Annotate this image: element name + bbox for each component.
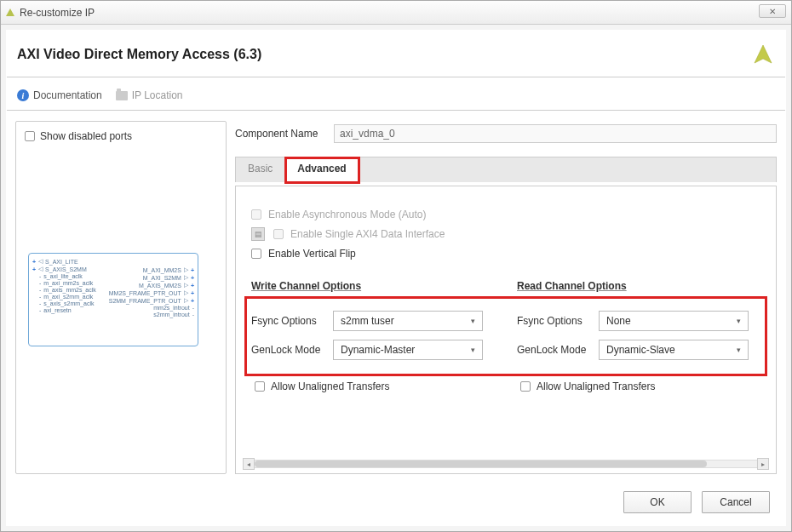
write-channel-title: Write Channel Options — [251, 280, 483, 292]
write-genlock-label: GenLock Mode — [251, 344, 328, 356]
page-title: AXI Video Direct Memory Access (6.3) — [17, 47, 261, 62]
show-disabled-label: Show disabled ports — [40, 130, 132, 142]
channel-sections: Write Channel Options Read Channel Optio… — [251, 280, 760, 302]
enable-single-axi4-checkbox — [273, 229, 284, 239]
tab-advanced[interactable]: Advanced — [285, 157, 359, 183]
enable-async-row: Enable Asynchronous Mode (Auto) — [251, 209, 760, 220]
ok-button[interactable]: OK — [623, 491, 692, 513]
close-button[interactable]: ✕ — [759, 4, 786, 18]
content: AXI Video Direct Memory Access (6.3) i D… — [6, 30, 786, 526]
enable-single-axi4-row: ▤ Enable Single AXI4 Data Interface — [251, 227, 760, 241]
component-name-row: Component Name — [235, 124, 777, 143]
component-name-input[interactable] — [334, 124, 777, 143]
enable-async-checkbox — [251, 209, 261, 220]
write-fsync-label: Fsync Options — [251, 315, 328, 327]
enable-vflip-checkbox[interactable] — [251, 249, 261, 259]
scroll-thumb[interactable] — [255, 460, 707, 467]
note-icon: ▤ — [251, 227, 265, 241]
main: Show disabled ports +◁S_AXI_LITE +◁S_AXI… — [7, 116, 785, 479]
enable-async-label: Enable Asynchronous Mode (Auto) — [268, 209, 426, 220]
write-genlock-value: Dynamic-Master — [341, 344, 415, 356]
read-fsync-dropdown[interactable]: None ▾ — [599, 311, 749, 331]
documentation-label: Documentation — [33, 89, 102, 101]
allow-unaligned-row: Allow Unaligned Transfers Allow Unaligne… — [251, 380, 760, 392]
left-pane: Show disabled ports +◁S_AXI_LITE +◁S_AXI… — [15, 121, 227, 474]
separator — [7, 77, 785, 77]
read-options: Fsync Options None ▾ GenLock Mode — [517, 302, 749, 369]
component-name-label: Component Name — [235, 128, 327, 140]
cancel-button[interactable]: Cancel — [702, 491, 770, 513]
app-icon — [6, 9, 14, 16]
separator — [7, 110, 785, 111]
ip-location-label: IP Location — [132, 89, 183, 101]
tab-body-advanced: Enable Asynchronous Mode (Auto) ▤ Enable… — [235, 186, 777, 474]
enable-single-axi4-label: Enable Single AXI4 Data Interface — [290, 228, 445, 240]
write-allow-unaligned-label: Allow Unaligned Transfers — [271, 380, 389, 392]
show-disabled-ports-row: Show disabled ports — [25, 130, 217, 142]
folder-icon — [116, 91, 128, 100]
documentation-link[interactable]: i Documentation — [17, 89, 102, 101]
read-fsync-label: Fsync Options — [517, 315, 594, 327]
write-fsync-dropdown[interactable]: s2mm tuser ▾ — [333, 311, 483, 331]
ip-block-diagram[interactable]: +◁S_AXI_LITE +◁S_AXIS_S2MM -s_axi_lite_a… — [28, 253, 198, 346]
chevron-down-icon: ▾ — [471, 317, 475, 325]
enable-vflip-row: Enable Vertical Flip — [251, 248, 760, 260]
read-genlock-label: GenLock Mode — [517, 344, 594, 356]
footer: OK Cancel — [7, 479, 785, 525]
chevron-down-icon: ▾ — [471, 346, 475, 354]
window-title: Re-customize IP — [20, 7, 95, 19]
chevron-down-icon: ▾ — [737, 317, 741, 325]
highlighted-channel-options: Fsync Options s2mm tuser ▾ GenLock Mode — [249, 300, 763, 372]
dialog-window: Re-customize IP ✕ AXI Video Direct Memor… — [0, 0, 792, 532]
header: AXI Video Direct Memory Access (6.3) — [7, 31, 785, 75]
read-genlock-value: Dynamic-Slave — [606, 344, 675, 356]
info-icon: i — [17, 89, 29, 101]
read-genlock-dropdown[interactable]: Dynamic-Slave ▾ — [599, 340, 749, 360]
toolbar: i Documentation IP Location — [7, 83, 785, 108]
read-allow-unaligned-label: Allow Unaligned Transfers — [537, 380, 655, 392]
enable-vflip-label: Enable Vertical Flip — [268, 248, 356, 260]
scroll-left-icon[interactable]: ◂ — [243, 458, 255, 470]
vendor-logo — [751, 43, 775, 66]
read-allow-unaligned-checkbox[interactable] — [520, 381, 531, 392]
read-channel-section: Read Channel Options — [517, 280, 749, 302]
read-fsync-value: None — [606, 315, 631, 327]
write-allow-unaligned-checkbox[interactable] — [255, 381, 265, 392]
tab-basic[interactable]: Basic — [236, 157, 285, 182]
chevron-down-icon: ▾ — [737, 346, 741, 354]
ip-location-link[interactable]: IP Location — [116, 89, 183, 101]
write-genlock-dropdown[interactable]: Dynamic-Master ▾ — [333, 340, 483, 360]
horizontal-scrollbar[interactable]: ◂ ▸ — [243, 458, 769, 470]
show-disabled-checkbox[interactable] — [25, 131, 35, 141]
scroll-right-icon[interactable]: ▸ — [757, 458, 769, 470]
read-channel-title: Read Channel Options — [517, 280, 749, 292]
titlebar: Re-customize IP ✕ — [1, 1, 791, 25]
write-options: Fsync Options s2mm tuser ▾ GenLock Mode — [251, 302, 483, 369]
write-channel-section: Write Channel Options — [251, 280, 483, 302]
tabs: Basic Advanced — [235, 157, 777, 182]
right-pane: Component Name Basic Advanced Enable Asy… — [235, 121, 777, 474]
scroll-track[interactable] — [255, 460, 757, 468]
write-fsync-value: s2mm tuser — [341, 315, 394, 327]
